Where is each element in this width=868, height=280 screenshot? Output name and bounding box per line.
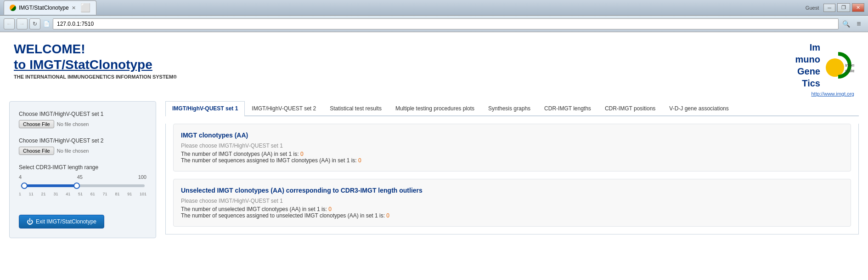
page-header: WELCOME! to IMGT/StatClonotype THE INTER… [0, 32, 868, 101]
logo-graphic: Information system® [822, 49, 854, 81]
browser-titlebar: IMGT/StatClonotype ✕ ⬜ Guest ─ ❐ ✕ [0, 0, 868, 16]
welcome-block: WELCOME! to IMGT/StatClonotype THE INTER… [14, 41, 177, 80]
slider-left-thumb[interactable] [21, 183, 28, 189]
page-content: WELCOME! to IMGT/StatClonotype THE INTER… [0, 32, 868, 280]
tab-set1[interactable]: IMGT/HighV-QUEST set 1 [165, 101, 245, 116]
slider-right-thumb[interactable] [73, 183, 80, 189]
svg-text:Information: Information [845, 63, 854, 68]
tab-vdj[interactable]: V-D-J gene associations [662, 101, 735, 115]
card1-title: IMGT clonotypes (AA) [181, 131, 843, 139]
welcome-title: WELCOME! to IMGT/StatClonotype [14, 41, 177, 72]
card2-instruction: Please choose IMGT/HighV-QUEST set 1 [181, 198, 843, 204]
logo-text-block: ImmunoGeneTics [795, 41, 820, 89]
svg-point-0 [826, 58, 844, 77]
restore-btn[interactable]: ❐ [837, 3, 850, 12]
new-tab-btn[interactable]: ⬜ [80, 3, 90, 13]
slider-max-val: 100 [138, 174, 147, 180]
tabs: IMGT/HighV-QUEST set 1 IMGT/HighV-QUEST … [165, 101, 859, 116]
tab-statistical[interactable]: Statistical test results [323, 101, 389, 115]
browser-tab[interactable]: IMGT/StatClonotype ✕ ⬜ [4, 0, 96, 15]
welcome-subtitle: THE INTERNATIONAL IMMUNOGENETICS INFORMA… [14, 74, 177, 80]
refresh-btn[interactable]: ↻ [29, 18, 40, 29]
slider-high-val: 45 [77, 174, 83, 180]
exit-btn-label: Exit IMGT/StatClonotype [36, 218, 96, 225]
content-area: IMGT/HighV-QUEST set 1 IMGT/HighV-QUEST … [165, 101, 859, 238]
tab-cdr-lengths[interactable]: CDR-IMGT lengths [537, 101, 598, 115]
search-btn[interactable]: 🔍 [840, 18, 851, 29]
tab-synthesis[interactable]: Synthesis graphs [481, 101, 537, 115]
card1-info2: The number of sequences assigned to IMGT… [181, 157, 843, 164]
sidebar: Choose IMGT/HighV-QUEST set 1 Choose Fil… [9, 101, 156, 238]
logo-url: http://www.imgt.org [795, 91, 854, 97]
set2-file-row: Choose File No file chosen [19, 147, 147, 155]
card2-info2: The number of sequences assigned to unse… [181, 212, 843, 219]
logo-area: ImmunoGeneTics Information system® http:… [795, 41, 854, 97]
address-bar[interactable] [53, 18, 839, 29]
card2-info1: The number of unselected IMGT clonotypes… [181, 206, 843, 212]
card-clonotypes: IMGT clonotypes (AA) Please choose IMGT/… [173, 124, 851, 171]
menu-btn[interactable]: ≡ [853, 18, 864, 29]
tab-close-btn[interactable]: ✕ [72, 5, 76, 11]
minimize-btn[interactable]: ─ [823, 4, 835, 12]
close-btn[interactable]: ✕ [852, 3, 864, 12]
forward-btn[interactable]: → [17, 18, 28, 29]
window-guest-label: Guest [806, 5, 819, 11]
back-btn[interactable]: ← [4, 18, 15, 29]
slider-label: Select CDR3-IMGT length range [19, 164, 147, 171]
set1-label: Choose IMGT/HighV-QUEST set 1 [19, 111, 147, 117]
tab-cdr-positions[interactable]: CDR-IMGT positions [598, 101, 662, 115]
slider-ticks: 1 11 21 31 41 51 61 71 81 91 101 [19, 192, 147, 196]
tab-favicon [10, 5, 16, 11]
slider-container[interactable] [19, 184, 147, 187]
slider-section: Select CDR3-IMGT length range 4 45 100 1… [19, 164, 147, 196]
slider-track [21, 184, 145, 187]
set2-label: Choose IMGT/HighV-QUEST set 2 [19, 137, 147, 144]
set1-file-btn[interactable]: Choose File [19, 120, 54, 128]
tab-title: IMGT/StatClonotype [19, 5, 69, 11]
card2-title: Unselected IMGT clonotypes (AA) correspo… [181, 187, 843, 194]
content-panel: IMGT clonotypes (AA) Please choose IMGT/… [165, 124, 859, 234]
tab-set2[interactable]: IMGT/HighV-QUEST set 2 [245, 101, 323, 115]
sidebar-set2-section: Choose IMGT/HighV-QUEST set 2 Choose Fil… [19, 137, 147, 155]
set2-file-btn[interactable]: Choose File [19, 147, 54, 155]
browser-controls: ← → ↻ 📄 🔍 ≡ [0, 16, 868, 32]
card-unselected: Unselected IMGT clonotypes (AA) correspo… [173, 179, 851, 227]
slider-low-val: 4 [19, 174, 22, 180]
main-layout: Choose IMGT/HighV-QUEST set 1 Choose Fil… [0, 101, 868, 247]
set1-file-row: Choose File No file chosen [19, 120, 147, 128]
page-icon: 📄 [43, 21, 50, 27]
card1-info1: The number of IMGT clonotypes (AA) in se… [181, 151, 843, 157]
card1-instruction: Please choose IMGT/HighV-QUEST set 1 [181, 143, 843, 149]
exit-btn[interactable]: ⏻ Exit IMGT/StatClonotype [19, 215, 104, 229]
sidebar-set1-section: Choose IMGT/HighV-QUEST set 1 Choose Fil… [19, 111, 147, 128]
svg-text:system®: system® [845, 69, 854, 73]
power-icon: ⏻ [27, 218, 33, 225]
tab-multiple[interactable]: Multiple testing procedures plots [389, 101, 481, 115]
set1-file-chosen: No file chosen [57, 121, 89, 127]
slider-fill [24, 184, 76, 187]
set2-file-chosen: No file chosen [57, 148, 89, 154]
